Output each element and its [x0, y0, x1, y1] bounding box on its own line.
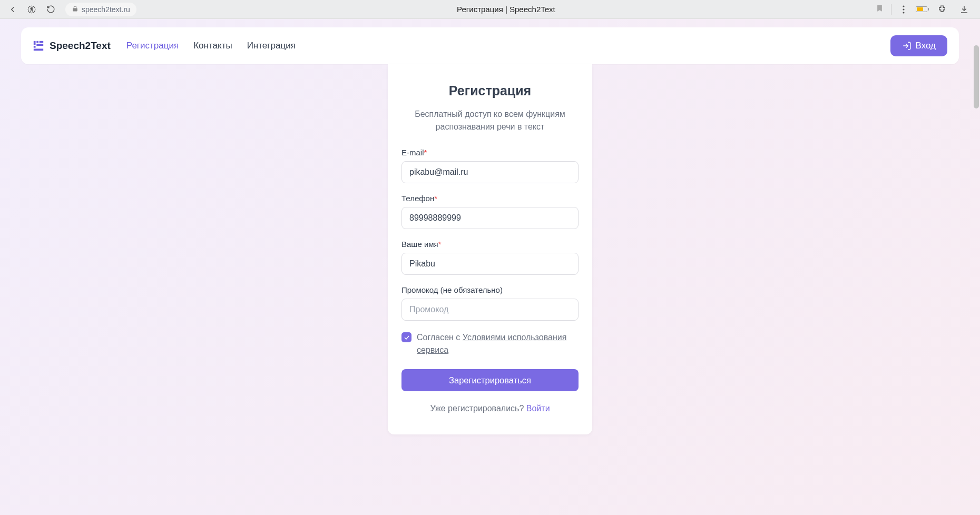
nav-link-integration[interactable]: Интеграция	[247, 41, 296, 51]
login-icon	[902, 41, 912, 51]
register-card: Регистрация Бесплатный доступ ко всем фу…	[388, 64, 592, 434]
check-icon	[404, 334, 410, 341]
agree-row: Согласен с Условиями использования серви…	[401, 331, 579, 356]
reload-button[interactable]	[43, 2, 58, 17]
login-button[interactable]: Вход	[890, 35, 947, 56]
browser-chrome: speech2text.ru Регистрация | Speech2Text	[0, 0, 980, 19]
phone-field[interactable]	[401, 207, 579, 229]
navbar: Speech2Text Регистрация Контакты Интегра…	[21, 27, 959, 64]
login-button-label: Вход	[916, 41, 936, 51]
download-button[interactable]	[957, 2, 972, 17]
scrollbar[interactable]	[974, 45, 979, 108]
svg-rect-8	[36, 44, 43, 46]
brand[interactable]: Speech2Text	[33, 40, 111, 52]
email-group: E-mail*	[401, 148, 579, 183]
nav-link-contacts[interactable]: Контакты	[193, 41, 232, 51]
name-group: Ваше имя*	[401, 240, 579, 275]
name-label: Ваше имя*	[401, 240, 579, 249]
required-marker: *	[424, 148, 427, 157]
phone-group: Телефон*	[401, 194, 579, 229]
brand-name: Speech2Text	[50, 40, 111, 52]
submit-button[interactable]: Зарегистрироваться	[401, 369, 579, 391]
svg-rect-7	[34, 46, 36, 48]
extensions-button[interactable]	[935, 2, 949, 17]
signin-link[interactable]: Войти	[526, 404, 550, 413]
yandex-button[interactable]	[24, 2, 39, 17]
svg-rect-6	[40, 41, 43, 43]
nav-links: Регистрация Контакты Интеграция	[126, 41, 296, 51]
name-field[interactable]	[401, 253, 579, 275]
required-marker: *	[434, 194, 437, 203]
menu-button[interactable]	[899, 2, 908, 17]
agree-checkbox[interactable]	[401, 332, 411, 342]
back-button[interactable]	[5, 2, 20, 17]
separator	[891, 4, 891, 15]
svg-rect-9	[34, 49, 43, 51]
address-bar[interactable]: speech2text.ru	[65, 3, 136, 16]
agree-text: Согласен с Условиями использования серви…	[417, 331, 579, 356]
page-body: Speech2Text Регистрация Контакты Интегра…	[0, 19, 980, 515]
email-field[interactable]	[401, 161, 579, 183]
phone-label: Телефон*	[401, 194, 579, 203]
bookmark-icon[interactable]	[876, 4, 884, 15]
lock-icon	[72, 5, 79, 14]
promo-field[interactable]	[401, 299, 579, 321]
tab-title: Регистрация | Speech2Text	[141, 5, 871, 14]
footer-text: Уже регистрировались? Войти	[401, 404, 579, 413]
svg-rect-5	[36, 41, 38, 43]
promo-label: Промокод (не обязательно)	[401, 285, 579, 294]
required-marker: *	[438, 240, 442, 249]
nav-link-register[interactable]: Регистрация	[126, 41, 179, 51]
email-label: E-mail*	[401, 148, 579, 157]
card-title: Регистрация	[401, 83, 579, 98]
battery-icon	[916, 5, 927, 14]
brand-logo-icon	[33, 40, 44, 52]
svg-point-1	[903, 5, 904, 7]
promo-group: Промокод (не обязательно)	[401, 285, 579, 321]
svg-point-2	[903, 8, 904, 10]
url-text: speech2text.ru	[82, 5, 130, 14]
svg-point-3	[903, 12, 904, 13]
svg-rect-4	[34, 41, 36, 45]
card-subtitle: Бесплатный доступ ко всем функциям распо…	[401, 108, 579, 133]
